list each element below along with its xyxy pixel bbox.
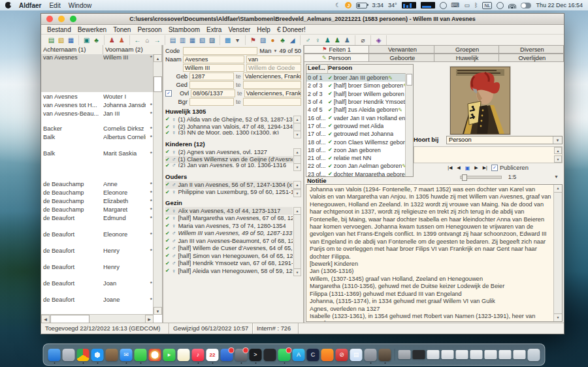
app-menu-item[interactable]: Stamboom: [165, 26, 203, 33]
dock-icon[interactable]: [514, 350, 526, 359]
dock-icon[interactable]: >: [250, 349, 262, 361]
menubar-item-window[interactable]: Window: [69, 2, 92, 9]
column-persoon[interactable]: Persoon: [328, 65, 352, 73]
search-icon[interactable]: ⌀: [358, 36, 368, 45]
death-place-field[interactable]: Valenciennes, Frankrijk: [244, 89, 301, 97]
spouse-row[interactable]: ✔ ♀ (3) NN de Moor, geb. 1300 (x1300, ik…: [165, 131, 293, 135]
cpu-meter-icon[interactable]: [402, 2, 416, 8]
event-row[interactable]: 2 of 3 ✔ [half] broer Simon geboren ✎: [306, 82, 413, 89]
dock-icon[interactable]: [442, 350, 454, 359]
events-scrollbar[interactable]: [405, 73, 413, 176]
dock-icon[interactable]: [48, 349, 61, 361]
ouders-scrollbar[interactable]: ▲▼: [293, 181, 301, 197]
dock-icon[interactable]: [321, 349, 334, 361]
scroll-down-icon[interactable]: ▼: [154, 307, 162, 315]
name-list-row[interactable]: de Beaufort Joan *: [41, 279, 154, 287]
app-menu-item[interactable]: € Doneer!: [274, 26, 309, 33]
dock-icon[interactable]: [485, 350, 497, 359]
next-person-icon[interactable]: ♟: [117, 36, 127, 45]
dock-icon[interactable]: ✉: [120, 349, 133, 361]
home-icon[interactable]: ⌂: [142, 36, 152, 45]
card-view-icon[interactable]: ▦: [188, 36, 197, 45]
event-row[interactable]: 3 of 4 ✔ [half] broer Hendrik Ymsoetz: [306, 98, 413, 106]
name-list-row[interactable]: van Avesnes Wouter I: [41, 92, 154, 101]
birth-place-field[interactable]: Valenciennes, Frankrijk: [243, 72, 301, 80]
dock-icon[interactable]: [278, 349, 291, 361]
event-row[interactable]: 17 of... ✔ getrouwd met Johanna: [306, 130, 413, 138]
sibling-row[interactable]: ✔ ♀ [half] Margaretha van Avesnes, 67 of…: [165, 215, 293, 223]
burial-place-field[interactable]: [243, 98, 301, 106]
dock-icon[interactable]: [135, 349, 147, 361]
menubar-app-name[interactable]: Aldfaer: [19, 2, 41, 9]
media-nav-button[interactable]: ▣: [465, 165, 470, 171]
dock-icon[interactable]: [178, 349, 190, 361]
surname-field[interactable]: Avesnes: [183, 56, 244, 63]
sibling-row[interactable]: ✔ ♀ [half] Aleida van Henegouwen, 58 of …: [165, 267, 293, 275]
report-icon[interactable]: ▣: [82, 36, 91, 45]
death-date-field[interactable]: 08/06/1337: [191, 89, 235, 97]
chevron-down-icon[interactable]: ▼: [553, 136, 562, 144]
account-icon[interactable]: [497, 2, 504, 9]
dock-icon[interactable]: [63, 349, 75, 361]
ovl-checkbox[interactable]: ✓: [165, 90, 172, 97]
input-source-indicator[interactable]: NL: [482, 2, 492, 9]
child-row[interactable]: ✔ ♂ (1) Claes Willemsz van de Geijne (d'…: [165, 156, 293, 164]
prefix-field[interactable]: van: [246, 56, 301, 63]
tab[interactable]: Groepen: [434, 45, 499, 54]
alias-field[interactable]: Willem de Goede: [246, 64, 301, 72]
time-machine-icon[interactable]: [440, 2, 447, 9]
dock-icon[interactable]: [264, 349, 276, 361]
sibling-row[interactable]: ✔ ♀ Alix van Avesnes, 43 of 44, 1273-131…: [165, 207, 293, 215]
zoom-window-button[interactable]: [70, 16, 76, 22]
sibling-row[interactable]: ✔ ♂ [half] Hendrik Ymsoetz van, 67 of 68…: [165, 260, 293, 268]
dock-icon[interactable]: 22: [206, 349, 219, 361]
given-name-field[interactable]: Willem III: [183, 64, 244, 72]
name-list-row[interactable]: Balk Marit Saskia *: [41, 149, 154, 157]
save-icon[interactable]: ▦: [66, 36, 76, 45]
name-list-row[interactable]: de Beaufort Edmund *: [41, 214, 154, 222]
scroll-up-icon[interactable]: ▲: [554, 147, 562, 154]
sibling-row[interactable]: ✔ ♂ Jan III van Avesnes-Beaumont, 67 of …: [165, 237, 293, 245]
airplay-icon[interactable]: ▭: [465, 2, 470, 9]
scroll-down-icon[interactable]: ▼: [554, 313, 562, 321]
family-icon[interactable]: ♟: [333, 36, 342, 45]
name-list-row[interactable]: de Beauchamp Anne *: [41, 180, 154, 188]
app-menu-item[interactable]: Persoon: [134, 26, 165, 33]
media-nav-button[interactable]: ▶: [474, 165, 478, 170]
baptism-date-field[interactable]: [189, 81, 234, 89]
name-list-row[interactable]: Backer Cornelis Dirksz *: [41, 124, 154, 133]
baptism-place-field[interactable]: [243, 81, 301, 89]
close-window-button[interactable]: [46, 16, 53, 22]
dock-icon[interactable]: [427, 350, 440, 359]
event-row[interactable]: 16 of... ✔ vader Jan II van Holland en .…: [306, 114, 413, 121]
event-row[interactable]: 18 of... ✔ zoon Jan geboren: [306, 146, 413, 154]
man-icon[interactable]: ♂: [303, 36, 313, 45]
tab[interactable]: ✎ Persoon: [304, 54, 369, 62]
media-nav-button[interactable]: ▶|: [483, 165, 487, 170]
name-list-row[interactable]: de Beauchamp Margaret *: [41, 205, 154, 214]
event-row[interactable]: 4 of 5 ✔ [half] zus Aleida geboren ✎: [306, 106, 413, 114]
tab[interactable]: Diversen: [499, 45, 564, 54]
name-list-row[interactable]: van Avesnes tot H... Johanna Jansdr *: [41, 101, 154, 109]
portrait-image[interactable]: [450, 67, 510, 135]
sex-select[interactable]: Man: [259, 48, 271, 54]
sheet-view-icon[interactable]: ▥: [178, 36, 188, 45]
scroll-up-icon[interactable]: ▲: [154, 54, 162, 62]
name-list-row[interactable]: van Avesnes-Beau... Jan III *: [41, 109, 154, 118]
forward-icon[interactable]: →: [152, 36, 162, 45]
name-list-row[interactable]: Balk Albertus Cornelis *: [41, 133, 154, 141]
hoort-bij-select[interactable]: Persoon ▼: [446, 136, 563, 144]
menubar-item-edit[interactable]: Edit: [49, 2, 60, 9]
dock-icon[interactable]: [221, 349, 233, 361]
dock-icon[interactable]: [91, 349, 104, 361]
user-badge-icon[interactable]: J: [345, 2, 351, 8]
media-icon[interactable]: ▩: [223, 36, 233, 45]
siblings-icon[interactable]: ♟: [342, 36, 352, 45]
dock-icon[interactable]: [235, 349, 248, 361]
gezin-scrollbar[interactable]: ▲▼: [293, 207, 301, 276]
menubar-clock[interactable]: Thu 22 Dec 16:54: [536, 2, 583, 8]
column-achternaam[interactable]: Achternaam (1): [41, 45, 103, 54]
sibling-row[interactable]: ✔ ♂ [half] Willem de Cuser d'Avesnes, 64…: [165, 245, 293, 253]
kwartierstaat-icon[interactable]: ⚑: [248, 36, 258, 45]
help-book-icon[interactable]: ◈: [374, 36, 384, 45]
